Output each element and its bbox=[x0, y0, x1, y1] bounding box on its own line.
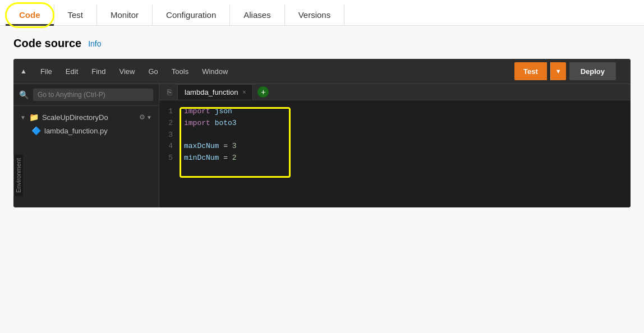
file-tree: ▼ 📁 ScaleUpDirectoryDo ⚙ ▼ 🔷 lambda_func… bbox=[13, 106, 159, 142]
code-line-3 bbox=[184, 130, 631, 141]
file-tab-lambda[interactable]: lambda_function × bbox=[177, 84, 253, 100]
file-tab-label: lambda_function bbox=[185, 88, 238, 96]
line-num-3: 3 bbox=[159, 130, 173, 141]
tab-test[interactable]: Test bbox=[54, 4, 98, 25]
file-tabs: ⎘ lambda_function × + bbox=[159, 84, 631, 100]
menu-view[interactable]: View bbox=[113, 65, 142, 78]
folder-item[interactable]: ▼ 📁 ScaleUpDirectoryDo ⚙ ▼ bbox=[13, 110, 159, 124]
content-area: Code source Info ▲ File Edit Find View G… bbox=[0, 26, 644, 207]
environment-label: Environment bbox=[13, 155, 23, 196]
line-num-1: 1 bbox=[159, 106, 173, 118]
menu-go[interactable]: Go bbox=[142, 65, 165, 78]
editor-toolbar: ▲ File Edit Find View Go Tools Window Te… bbox=[13, 59, 631, 84]
file-tab-close-icon[interactable]: × bbox=[242, 89, 246, 95]
code-source-title: Code source bbox=[13, 37, 81, 50]
info-link[interactable]: Info bbox=[88, 39, 101, 48]
menu-tools[interactable]: Tools bbox=[165, 65, 195, 78]
code-line-4: maxDcNum = 3 bbox=[184, 141, 631, 152]
add-tab-button[interactable]: + bbox=[257, 86, 269, 98]
tab-configuration[interactable]: Configuration bbox=[153, 4, 230, 25]
editor-body: 🔍 ▼ 📁 ScaleUpDirectoryDo ⚙ ▼ bbox=[13, 84, 631, 207]
tree-expand-icon: ▼ bbox=[20, 114, 26, 121]
code-line-1: import json bbox=[184, 106, 631, 118]
tab-bar: Code Test Monitor Configuration Aliases … bbox=[0, 0, 644, 26]
file-item[interactable]: 🔷 lambda_function.py bbox=[25, 124, 159, 137]
tab-code-wrapper: Code bbox=[6, 4, 54, 25]
gear-badge: ⚙ ▼ bbox=[139, 113, 152, 121]
section-title: Code source Info bbox=[13, 37, 631, 50]
code-lines[interactable]: import json import boto3 maxDcNum = 3 mi… bbox=[180, 106, 631, 164]
gear-icon[interactable]: ⚙ bbox=[139, 113, 145, 121]
line-numbers: 1 2 3 4 5 bbox=[159, 106, 180, 164]
toolbar-menu: File Edit Find View Go Tools Window bbox=[34, 65, 514, 78]
tab-code[interactable]: Code bbox=[6, 4, 54, 25]
search-icon: 🔍 bbox=[19, 90, 29, 99]
test-dropdown-button[interactable]: ▼ bbox=[550, 62, 566, 80]
folder-name: ScaleUpDirectoryDo bbox=[42, 113, 136, 122]
editor-sidebar: 🔍 ▼ 📁 ScaleUpDirectoryDo ⚙ ▼ bbox=[13, 84, 159, 207]
file-icon: 🔷 bbox=[31, 126, 41, 135]
code-content: 1 2 3 4 5 import json import boto3 maxDc… bbox=[159, 100, 631, 170]
menu-find[interactable]: Find bbox=[85, 65, 112, 78]
tab-aliases[interactable]: Aliases bbox=[230, 4, 284, 25]
line-num-2: 2 bbox=[159, 118, 173, 130]
folder-icon: 📁 bbox=[29, 113, 39, 122]
code-editor-panel: ⎘ lambda_function × + 1 2 3 4 5 bbox=[159, 84, 631, 207]
gear-dropdown-arrow[interactable]: ▼ bbox=[146, 114, 152, 121]
test-button[interactable]: Test bbox=[514, 62, 547, 80]
tab-versions[interactable]: Versions bbox=[285, 4, 345, 25]
menu-edit[interactable]: Edit bbox=[59, 65, 85, 78]
sidebar-search-bar: 🔍 bbox=[13, 84, 159, 106]
menu-window[interactable]: Window bbox=[195, 65, 234, 78]
toolbar-collapse-icon[interactable]: ▲ bbox=[20, 67, 27, 75]
line-num-4: 4 bbox=[159, 141, 173, 152]
copy-icon[interactable]: ⎘ bbox=[164, 85, 175, 99]
tab-monitor[interactable]: Monitor bbox=[97, 4, 153, 25]
line-num-5: 5 bbox=[159, 152, 173, 164]
code-line-5: minDcNum = 2 bbox=[184, 152, 631, 164]
toolbar-right: Test ▼ Deploy bbox=[514, 62, 624, 80]
search-input[interactable] bbox=[33, 89, 153, 101]
editor-wrapper: ▲ File Edit Find View Go Tools Window Te… bbox=[13, 59, 631, 207]
menu-file[interactable]: File bbox=[34, 65, 59, 78]
file-name: lambda_function.py bbox=[44, 127, 152, 135]
deploy-button[interactable]: Deploy bbox=[569, 62, 616, 80]
code-line-2: import boto3 bbox=[184, 118, 631, 130]
